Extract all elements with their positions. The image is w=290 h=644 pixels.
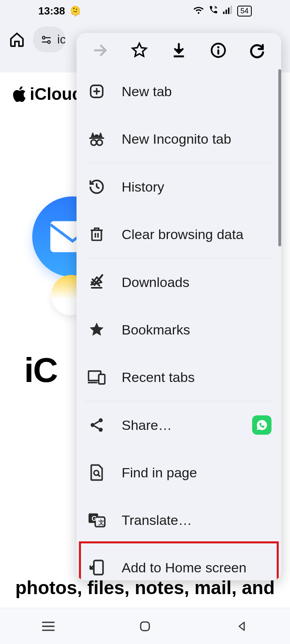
svg-point-23 [99,428,103,432]
menu-item-label: Clear browsing data [122,227,271,242]
hero-text: iC [24,350,57,390]
downloads-icon [88,273,106,291]
signal-icon [223,5,233,17]
info-button[interactable] [209,41,227,59]
status-time: 13:38 [38,5,65,17]
svg-rect-1 [226,10,227,14]
menu-item-find-in-page[interactable]: Find in page [82,449,276,496]
menu-top-actions [77,33,281,68]
menu-item-history[interactable]: History [82,163,276,211]
menu-item-label: Translate… [122,512,271,528]
svg-line-25 [98,475,100,477]
trash-icon [88,225,106,243]
menu-item-label: Downloads [122,275,271,290]
history-icon [88,178,106,196]
svg-text:文: 文 [98,519,104,526]
bookmark-button[interactable] [130,41,148,59]
svg-point-11 [217,46,219,48]
svg-point-24 [94,471,99,475]
menu-item-share[interactable]: Share… [82,401,276,449]
devices-icon [88,368,106,386]
svg-rect-19 [99,374,105,384]
menu-item-clear-data[interactable]: Clear browsing data [82,211,276,258]
back-nav-button[interactable] [234,618,250,634]
svg-rect-0 [223,12,225,14]
menu-item-downloads[interactable]: Downloads [82,258,276,306]
system-navigation-bar [0,608,290,644]
find-in-page-icon [88,464,106,481]
forward-button[interactable] [91,41,109,59]
scroll-indicator [278,69,281,246]
menu-item-label: Add to Home screen [122,560,271,576]
svg-rect-14 [89,137,104,139]
svg-point-21 [99,418,103,422]
menu-item-new-incognito[interactable]: New Incognito tab [82,115,276,163]
url-bar[interactable]: icl [33,27,65,52]
reload-button[interactable] [249,41,266,59]
svg-point-16 [97,140,103,145]
svg-text:G: G [91,515,97,522]
menu-item-label: New tab [122,84,271,99]
apple-logo-icon [13,86,27,102]
svg-rect-3 [230,6,232,14]
wifi-icon [193,5,204,17]
menu-item-label: Share… [122,417,236,433]
site-settings-icon [41,34,52,45]
url-text: icl [57,33,65,46]
svg-rect-17 [92,230,101,240]
whatsapp-icon[interactable] [252,415,271,435]
menu-item-bookmarks[interactable]: Bookmarks [82,306,276,353]
battery-indicator: 54 [237,6,252,17]
menu-item-recent-tabs[interactable]: Recent tabs [82,353,276,401]
recent-apps-button[interactable] [40,618,56,634]
status-bar: 13:38 🫠 54 [0,0,290,22]
svg-point-15 [91,140,97,145]
svg-rect-9 [174,56,184,58]
status-emoji: 🫠 [69,6,81,17]
home-nav-button[interactable] [137,618,153,634]
menu-item-new-tab[interactable]: New tab [82,68,276,115]
menu-item-translate[interactable]: G文 Translate… [82,496,276,544]
star-filled-icon [88,321,106,339]
incognito-icon [88,130,106,148]
plus-square-icon [88,83,106,100]
add-to-home-icon [88,559,106,576]
menu-item-label: Recent tabs [122,369,271,385]
menu-item-label: Bookmarks [122,322,271,338]
menu-item-add-to-home[interactable]: Add to Home screen [82,544,276,580]
download-button[interactable] [170,41,188,59]
menu-item-label: New Incognito tab [122,131,271,147]
svg-point-4 [42,36,45,39]
svg-rect-38 [141,622,149,630]
svg-point-6 [48,41,50,43]
menu-item-label: History [122,179,271,195]
home-button[interactable] [9,31,25,47]
svg-rect-30 [94,561,103,575]
menu-item-label: Find in page [122,465,271,481]
share-icon [88,416,106,434]
svg-rect-2 [228,8,230,14]
translate-icon: G文 [88,511,106,529]
svg-rect-12 [217,50,219,55]
wifi-calling-icon [208,5,219,17]
svg-point-22 [91,423,95,427]
overflow-menu: New tab New Incognito tab History Clear … [77,33,281,580]
